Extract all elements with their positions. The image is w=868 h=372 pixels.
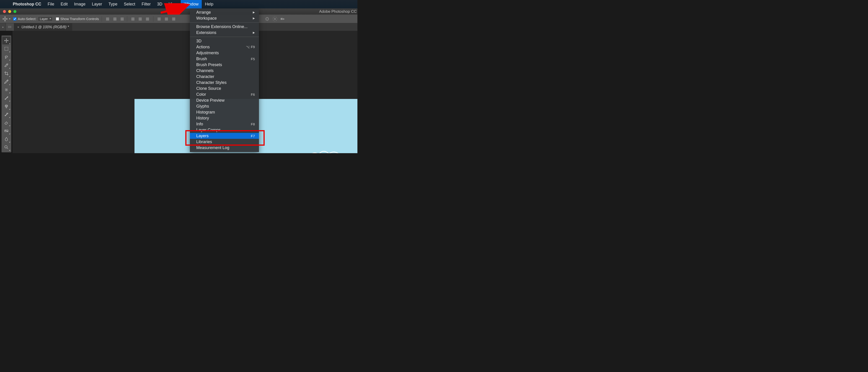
auto-select-checkbox[interactable]: Auto-Select: — [13, 17, 36, 21]
menu-item-label: 3D — [196, 39, 202, 43]
menubar-view[interactable]: View — [165, 0, 181, 8]
eyedropper-tool[interactable] — [2, 78, 10, 86]
auto-select-label: Auto-Select: — [18, 17, 36, 21]
window-titlebar: Adobe Photoshop CC 2017 — [0, 8, 358, 14]
menu-item-label: Arrange — [196, 10, 211, 15]
menu-item-label: Character Styles — [196, 80, 226, 85]
healing-brush-tool[interactable] — [2, 86, 10, 94]
distribute-vcenter-icon[interactable]: ▦ — [163, 16, 169, 22]
menubar-window[interactable]: Window — [181, 0, 202, 8]
menu-item-arrange[interactable]: Arrange▶ — [190, 9, 259, 15]
dodge-tool[interactable] — [2, 144, 10, 151]
move-tool[interactable] — [2, 37, 10, 44]
window-title: Adobe Photoshop CC 2017 — [319, 9, 358, 14]
svg-point-1 — [274, 18, 276, 20]
rect-marquee-tool[interactable] — [2, 45, 10, 53]
submenu-arrow-icon: ▶ — [253, 31, 255, 34]
menu-item-layer-comps[interactable]: Layer Comps — [190, 127, 259, 133]
options-bar: ▾ Auto-Select: Layer Show Transform Cont… — [0, 14, 358, 23]
close-tab-icon[interactable]: × — [17, 25, 19, 29]
menubar-type[interactable]: Type — [105, 0, 121, 8]
show-transform-label: Show Transform Controls — [60, 17, 99, 21]
menu-item-glyphs[interactable]: Glyphs — [190, 103, 259, 109]
show-transform-input[interactable] — [56, 17, 59, 21]
menu-item-clone-source[interactable]: Clone Source — [190, 86, 259, 91]
minimize-window-button[interactable] — [8, 10, 11, 13]
menu-separator — [190, 37, 259, 37]
menu-item-histogram[interactable]: Histogram — [190, 109, 259, 115]
distribute-bottom-icon[interactable]: ▦ — [171, 16, 177, 22]
menubar-edit[interactable]: Edit — [57, 0, 71, 8]
menubar-filter[interactable]: Filter — [138, 0, 154, 8]
lasso-tool[interactable] — [2, 53, 10, 61]
menu-item-brush[interactable]: BrushF5 — [190, 56, 259, 62]
gear-icon[interactable] — [272, 16, 278, 22]
clone-stamp-tool[interactable] — [2, 102, 10, 110]
menu-shortcut: F5 — [251, 57, 255, 61]
menu-item-label: Layer Comps — [196, 128, 221, 132]
menubar-layer[interactable]: Layer — [89, 0, 105, 8]
menu-item-label: Channels — [196, 68, 214, 73]
menu-item-label: Brush — [196, 57, 207, 61]
menu-item-channels[interactable]: Channels — [190, 68, 259, 73]
align-top-edges-icon[interactable]: ▦ — [130, 16, 136, 22]
menu-item-brush-presets[interactable]: Brush Presets — [190, 62, 259, 68]
menubar-help[interactable]: Help — [202, 0, 217, 8]
menubar-image[interactable]: Image — [71, 0, 89, 8]
document-tab-title: Untitled-1 @ 100% (RGB/8) * — [22, 25, 69, 29]
submenu-arrow-icon: ▶ — [253, 11, 255, 14]
collapse-tabs-button[interactable]: » — [0, 23, 6, 31]
menu-item-adjustments[interactable]: Adjustments — [190, 50, 259, 56]
menu-item-libraries[interactable]: Libraries — [190, 139, 259, 145]
gradient-tool[interactable] — [2, 127, 10, 135]
menubar-appname[interactable]: Photoshop CC — [9, 0, 44, 8]
maximize-window-button[interactable] — [13, 10, 17, 13]
menu-item-info[interactable]: InfoF8 — [190, 121, 259, 127]
crop-tool[interactable] — [2, 69, 10, 77]
distribute-top-icon[interactable]: ▦ — [156, 16, 162, 22]
show-transform-checkbox[interactable]: Show Transform Controls — [56, 17, 99, 21]
align-right-edges-icon[interactable]: ▦ — [119, 16, 125, 22]
menu-item-browse-extensions-online[interactable]: Browse Extensions Online... — [190, 24, 259, 30]
eraser-tool[interactable] — [2, 119, 10, 126]
menu-item-device-preview[interactable]: Device Preview — [190, 97, 259, 103]
3d-mode-icon[interactable] — [264, 16, 270, 22]
quick-select-tool[interactable] — [2, 61, 10, 69]
menu-item-layers[interactable]: LayersF7 — [190, 133, 259, 139]
menu-item-3d[interactable]: 3D — [190, 38, 259, 44]
panel-grip[interactable] — [6, 23, 14, 31]
menu-item-extensions[interactable]: Extensions▶ — [190, 30, 259, 36]
brush-tool[interactable] — [2, 94, 10, 102]
document-tab[interactable]: × Untitled-1 @ 100% (RGB/8) * — [14, 23, 72, 31]
align-left-edges-icon[interactable]: ▦ — [104, 16, 111, 22]
menu-item-character-styles[interactable]: Character Styles — [190, 80, 259, 86]
align-horizontal-centers-icon[interactable]: ▦ — [112, 16, 118, 22]
submenu-arrow-icon: ▶ — [253, 17, 255, 20]
camera-icon[interactable]: ■▸ — [280, 16, 286, 22]
close-window-button[interactable] — [3, 10, 6, 13]
menu-item-character[interactable]: Character — [190, 73, 259, 80]
menu-item-label: Browse Extensions Online... — [196, 24, 248, 29]
canvas-area[interactable] — [12, 31, 358, 153]
svg-rect-2 — [5, 47, 8, 51]
menu-item-label: Brush Presets — [196, 62, 222, 67]
auto-select-target-dropdown[interactable]: Layer — [38, 17, 53, 22]
menu-item-label: Libraries — [196, 140, 212, 144]
blur-tool[interactable] — [2, 135, 10, 143]
move-tool-icon — [2, 16, 8, 22]
menu-shortcut: F7 — [251, 134, 255, 138]
menubar-3d[interactable]: 3D — [154, 0, 165, 8]
menubar-file[interactable]: File — [44, 0, 57, 8]
menubar-select[interactable]: Select — [121, 0, 138, 8]
align-bottom-edges-icon[interactable]: ▦ — [145, 16, 150, 22]
menu-item-history[interactable]: History — [190, 115, 259, 121]
menu-item-measurement-log[interactable]: Measurement Log — [190, 145, 259, 151]
menu-item-workspace[interactable]: Workspace▶ — [190, 15, 259, 21]
history-brush-tool[interactable] — [2, 111, 10, 118]
align-vertical-centers-icon[interactable]: ▦ — [137, 16, 143, 22]
menu-item-label: Workspace — [196, 16, 217, 21]
auto-select-input[interactable] — [13, 17, 17, 21]
tool-preset-dropdown[interactable]: ▾ — [9, 17, 10, 20]
menu-item-color[interactable]: ColorF6 — [190, 91, 259, 97]
menu-item-actions[interactable]: Actions⌥ F9 — [190, 44, 259, 50]
